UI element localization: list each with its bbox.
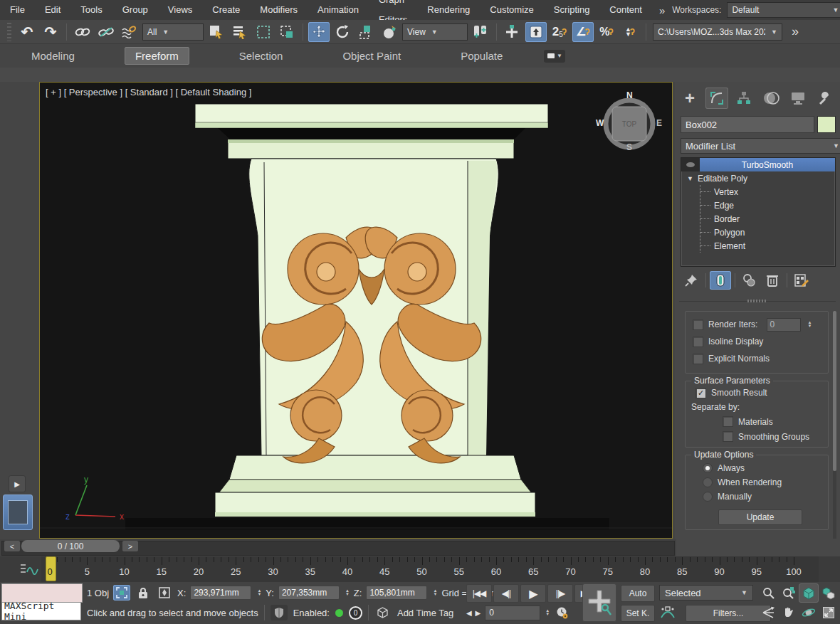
zoom-extents-selected-icon[interactable] bbox=[799, 583, 819, 603]
time-slider-handle[interactable]: 0 / 100 bbox=[21, 540, 120, 552]
menu-item-edit[interactable]: Edit bbox=[35, 0, 70, 20]
stack-subobject-border[interactable]: Border bbox=[700, 212, 835, 226]
percent-snap-toggle-icon[interactable]: %ʔ bbox=[596, 22, 617, 42]
snap-25d-icon[interactable]: 25ʔ bbox=[549, 22, 570, 42]
maximize-viewport-toggle-icon[interactable] bbox=[819, 603, 839, 622]
panel-scrollbar-thumb[interactable] bbox=[833, 311, 836, 471]
menu-item-animation[interactable]: Animation bbox=[308, 0, 369, 20]
pan-hand-icon[interactable] bbox=[779, 603, 799, 622]
panel-scrollbar[interactable] bbox=[833, 311, 836, 539]
zoom-icon[interactable] bbox=[759, 583, 779, 603]
next-key-button[interactable]: > bbox=[122, 541, 138, 551]
menu-item-modifiers[interactable]: Modifiers bbox=[250, 0, 308, 20]
spinner-arrows-icon[interactable]: ▲▼ bbox=[545, 609, 550, 616]
menu-item-group[interactable]: Group bbox=[112, 0, 158, 20]
viewport-layout-tab[interactable] bbox=[3, 495, 33, 530]
stack-subobject-edge[interactable]: Edge bbox=[700, 199, 835, 212]
reference-coordinate-dropdown[interactable]: View ▼ bbox=[402, 23, 468, 41]
configure-modifier-sets-icon[interactable] bbox=[791, 271, 812, 290]
use-pivot-point-center-icon[interactable] bbox=[470, 22, 491, 42]
select-and-rotate-button[interactable] bbox=[332, 22, 353, 42]
spinner-arrows-icon[interactable]: ▲▼ bbox=[807, 321, 812, 328]
auto-key-button[interactable]: Auto bbox=[621, 585, 655, 602]
previous-frame-button[interactable]: ◀|| bbox=[493, 584, 519, 603]
snap-toggle-3d-button[interactable] bbox=[525, 22, 547, 42]
ribbon-tab-freeform[interactable]: Freeform bbox=[125, 47, 189, 65]
show-end-result-button[interactable] bbox=[710, 271, 731, 290]
modifier-list-dropdown[interactable]: Modifier List ▼ bbox=[681, 138, 840, 154]
previous-key-button[interactable]: < bbox=[4, 541, 20, 551]
project-folder-dropdown[interactable]: C:\Users\MOZ...3ds Max 2022 ▼ bbox=[653, 23, 782, 41]
update-option-manually[interactable]: Manually bbox=[703, 490, 828, 504]
orbit-icon[interactable] bbox=[799, 603, 819, 622]
render-iters-value-field[interactable]: 0 bbox=[767, 318, 801, 332]
key-tangents-icon[interactable] bbox=[659, 605, 676, 620]
undo-button[interactable]: ↶ bbox=[16, 22, 38, 42]
update-option-when-rendering[interactable]: When Rendering bbox=[703, 475, 828, 490]
angle-snap-toggle-button[interactable]: ∠ʔ bbox=[572, 22, 594, 42]
menu-item-scripting[interactable]: Scripting bbox=[544, 0, 600, 20]
select-and-scale-button[interactable] bbox=[355, 22, 377, 42]
time-configuration-icon[interactable] bbox=[553, 605, 570, 620]
menu-item-customize[interactable]: Customize bbox=[480, 0, 543, 20]
make-unique-icon[interactable] bbox=[739, 271, 760, 290]
menu-item-file[interactable]: File bbox=[0, 0, 35, 20]
zoom-all-icon[interactable] bbox=[779, 583, 799, 603]
expand-tab-button[interactable]: ▶ bbox=[9, 475, 26, 492]
select-and-move-button[interactable] bbox=[308, 22, 330, 42]
select-and-link-icon[interactable] bbox=[72, 22, 93, 42]
rectangular-selection-region-icon[interactable] bbox=[253, 22, 274, 42]
scene-security-shield-icon[interactable] bbox=[271, 605, 288, 620]
ribbon-tab-modeling[interactable]: Modeling bbox=[21, 48, 85, 64]
window-crossing-icon[interactable] bbox=[276, 22, 298, 42]
play-button[interactable]: ▶ bbox=[520, 584, 546, 603]
menu-item-rendering[interactable]: Rendering bbox=[417, 0, 480, 20]
update-option-always[interactable]: Always bbox=[703, 461, 828, 475]
set-keys-button[interactable] bbox=[582, 583, 616, 622]
hierarchy-tab-icon[interactable] bbox=[733, 88, 755, 109]
radio-button[interactable] bbox=[703, 463, 713, 473]
macro-recorder-pane[interactable] bbox=[1, 583, 83, 603]
menu-overflow-chevron[interactable]: » bbox=[652, 4, 672, 16]
next-frame-button[interactable]: ||▶ bbox=[547, 584, 573, 603]
utilities-tab-icon[interactable] bbox=[814, 88, 836, 109]
spinner-arrows-icon[interactable]: ▲▼ bbox=[433, 589, 437, 596]
pin-stack-icon[interactable] bbox=[681, 271, 702, 290]
smoothing-groups-checkbox[interactable] bbox=[723, 431, 733, 442]
expand-arrow-icon[interactable]: ▼ bbox=[687, 175, 693, 182]
object-name-field[interactable]: Box002 bbox=[681, 116, 814, 133]
select-object-icon[interactable] bbox=[206, 22, 227, 42]
modifier-visibility-icon[interactable] bbox=[681, 158, 700, 171]
select-and-place-icon[interactable] bbox=[379, 22, 400, 42]
viewport-label[interactable]: [ + ] [ Perspective ] [ Standard ] [ Def… bbox=[46, 87, 251, 97]
spinner-arrows-icon[interactable]: ▲▼ bbox=[257, 589, 261, 596]
remove-modifier-icon[interactable] bbox=[762, 271, 783, 290]
menu-item-create[interactable]: Create bbox=[202, 0, 250, 20]
snaps-toggle-icon[interactable] bbox=[502, 22, 523, 42]
y-coordinate-field[interactable]: 207,353mm bbox=[278, 586, 340, 600]
bind-to-space-warp-icon[interactable] bbox=[119, 22, 140, 42]
stack-item-editable-poly[interactable]: ▼ Editable Poly bbox=[681, 171, 835, 185]
render-iters-checkbox[interactable] bbox=[693, 319, 703, 330]
menu-item-content[interactable]: Content bbox=[599, 0, 652, 20]
stack-subobject-element[interactable]: Element bbox=[700, 239, 835, 253]
field-of-view-icon[interactable] bbox=[759, 603, 779, 622]
update-button[interactable]: Update bbox=[718, 509, 802, 525]
viewcube-west[interactable]: W bbox=[596, 118, 604, 128]
key-filters-selection-dropdown[interactable]: Selected ▼ bbox=[659, 585, 753, 601]
selection-lock-icon[interactable] bbox=[135, 585, 152, 601]
viewcube[interactable]: TOP N S W E bbox=[599, 92, 659, 152]
ribbon-minimize-toggle[interactable]: ▼ bbox=[544, 50, 565, 63]
spinner-snap-toggle-icon[interactable]: ▲▼ʔ bbox=[619, 22, 641, 42]
maxscript-mini-listener[interactable]: MAXScript Mini bbox=[1, 602, 81, 620]
absolute-offset-toggle-icon[interactable] bbox=[156, 585, 173, 601]
workspace-select[interactable]: Default ▼ bbox=[727, 2, 840, 18]
viewcube-south[interactable]: S bbox=[626, 142, 632, 152]
smooth-result-checkbox[interactable]: ✓ bbox=[695, 388, 706, 398]
perspective-viewport[interactable]: x y z [ + ] [ Perspective ] [ Standard ]… bbox=[39, 82, 673, 539]
select-by-name-icon[interactable] bbox=[229, 22, 251, 42]
set-key-button[interactable]: Set K. bbox=[621, 605, 655, 622]
viewcube-east[interactable]: E bbox=[656, 118, 662, 128]
unlink-selection-icon[interactable] bbox=[95, 22, 117, 42]
zoom-extents-all-icon[interactable] bbox=[819, 583, 839, 603]
